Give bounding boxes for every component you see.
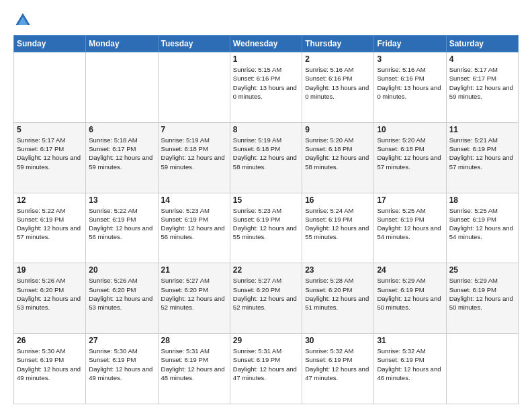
day-info: Sunrise: 5:26 AM Sunset: 6:20 PM Dayligh… [89,276,154,312]
day-info: Sunrise: 5:26 AM Sunset: 6:20 PM Dayligh… [17,276,83,312]
calendar-cell [446,334,518,404]
calendar-cell: 8Sunrise: 5:19 AM Sunset: 6:18 PM Daylig… [230,122,302,193]
day-info: Sunrise: 5:22 AM Sunset: 6:19 PM Dayligh… [17,206,83,242]
logo [13,11,35,30]
day-info: Sunrise: 5:25 AM Sunset: 6:19 PM Dayligh… [449,206,515,242]
day-info: Sunrise: 5:19 AM Sunset: 6:18 PM Dayligh… [233,136,299,171]
day-number: 5 [17,125,83,134]
calendar-cell: 2Sunrise: 5:16 AM Sunset: 6:16 PM Daylig… [302,52,374,123]
calendar-cell: 1Sunrise: 5:15 AM Sunset: 6:16 PM Daylig… [230,52,302,123]
calendar-cell: 10Sunrise: 5:20 AM Sunset: 6:18 PM Dayli… [374,122,446,193]
calendar-cell: 18Sunrise: 5:25 AM Sunset: 6:19 PM Dayli… [446,193,518,263]
day-number: 20 [89,265,154,275]
calendar-cell: 23Sunrise: 5:28 AM Sunset: 6:20 PM Dayli… [302,263,374,334]
calendar-cell: 31Sunrise: 5:32 AM Sunset: 6:19 PM Dayli… [374,334,446,404]
calendar-cell: 30Sunrise: 5:32 AM Sunset: 6:19 PM Dayli… [302,334,374,404]
day-number: 30 [305,336,371,345]
day-info: Sunrise: 5:16 AM Sunset: 6:16 PM Dayligh… [305,65,371,101]
calendar-cell: 19Sunrise: 5:26 AM Sunset: 6:20 PM Dayli… [14,263,86,334]
calendar-cell: 17Sunrise: 5:25 AM Sunset: 6:19 PM Dayli… [374,193,446,263]
calendar-week-4: 19Sunrise: 5:26 AM Sunset: 6:20 PM Dayli… [14,263,519,334]
day-info: Sunrise: 5:30 AM Sunset: 6:19 PM Dayligh… [17,347,83,382]
calendar-cell: 24Sunrise: 5:29 AM Sunset: 6:19 PM Dayli… [374,263,446,334]
day-info: Sunrise: 5:28 AM Sunset: 6:20 PM Dayligh… [305,276,371,312]
day-info: Sunrise: 5:32 AM Sunset: 6:19 PM Dayligh… [377,347,443,382]
day-info: Sunrise: 5:19 AM Sunset: 6:18 PM Dayligh… [161,136,227,171]
day-number: 7 [161,125,227,134]
day-number: 1 [233,54,299,64]
day-info: Sunrise: 5:25 AM Sunset: 6:19 PM Dayligh… [377,206,443,242]
day-info: Sunrise: 5:17 AM Sunset: 6:17 PM Dayligh… [17,136,83,171]
logo-icon [13,11,32,30]
calendar-cell: 22Sunrise: 5:27 AM Sunset: 6:20 PM Dayli… [230,263,302,334]
day-info: Sunrise: 5:23 AM Sunset: 6:19 PM Dayligh… [233,206,299,242]
weekday-header-saturday: Saturday [446,36,518,52]
day-info: Sunrise: 5:27 AM Sunset: 6:20 PM Dayligh… [161,276,227,312]
day-number: 8 [233,125,299,134]
day-number: 23 [305,265,371,275]
day-number: 14 [161,195,227,205]
calendar-cell: 12Sunrise: 5:22 AM Sunset: 6:19 PM Dayli… [14,193,86,263]
day-number: 13 [89,195,154,205]
weekday-header-sunday: Sunday [14,36,86,52]
calendar-cell: 26Sunrise: 5:30 AM Sunset: 6:19 PM Dayli… [14,334,86,404]
day-number: 31 [377,336,443,345]
day-number: 9 [305,125,371,134]
day-number: 11 [449,125,515,134]
calendar-cell [86,52,158,123]
day-number: 19 [17,265,83,275]
calendar-cell: 11Sunrise: 5:21 AM Sunset: 6:19 PM Dayli… [446,122,518,193]
day-number: 6 [89,125,154,134]
calendar-cell: 14Sunrise: 5:23 AM Sunset: 6:19 PM Dayli… [158,193,230,263]
weekday-header-thursday: Thursday [302,36,374,52]
day-number: 3 [377,54,443,64]
calendar-cell: 13Sunrise: 5:22 AM Sunset: 6:19 PM Dayli… [86,193,158,263]
day-info: Sunrise: 5:30 AM Sunset: 6:19 PM Dayligh… [89,347,154,382]
day-info: Sunrise: 5:31 AM Sunset: 6:19 PM Dayligh… [161,347,227,382]
day-number: 26 [17,336,83,345]
calendar-cell: 7Sunrise: 5:19 AM Sunset: 6:18 PM Daylig… [158,122,230,193]
calendar-week-3: 12Sunrise: 5:22 AM Sunset: 6:19 PM Dayli… [14,193,519,263]
weekday-header-row: SundayMondayTuesdayWednesdayThursdayFrid… [14,36,519,52]
calendar-cell: 3Sunrise: 5:16 AM Sunset: 6:16 PM Daylig… [374,52,446,123]
calendar-week-1: 1Sunrise: 5:15 AM Sunset: 6:16 PM Daylig… [14,52,519,123]
calendar-cell: 16Sunrise: 5:24 AM Sunset: 6:19 PM Dayli… [302,193,374,263]
calendar-cell: 5Sunrise: 5:17 AM Sunset: 6:17 PM Daylig… [14,122,86,193]
day-number: 24 [377,265,443,275]
day-info: Sunrise: 5:20 AM Sunset: 6:18 PM Dayligh… [305,136,371,171]
calendar-week-5: 26Sunrise: 5:30 AM Sunset: 6:19 PM Dayli… [14,334,519,404]
day-info: Sunrise: 5:32 AM Sunset: 6:19 PM Dayligh… [305,347,371,382]
page: SundayMondayTuesdayWednesdayThursdayFrid… [0,0,532,411]
calendar-body: 1Sunrise: 5:15 AM Sunset: 6:16 PM Daylig… [14,52,519,404]
day-number: 18 [449,195,515,205]
calendar-table: SundayMondayTuesdayWednesdayThursdayFrid… [13,35,519,404]
day-info: Sunrise: 5:31 AM Sunset: 6:19 PM Dayligh… [233,347,299,382]
day-number: 12 [17,195,83,205]
weekday-header-monday: Monday [86,36,158,52]
day-number: 4 [449,54,515,64]
calendar-cell: 29Sunrise: 5:31 AM Sunset: 6:19 PM Dayli… [230,334,302,404]
weekday-header-tuesday: Tuesday [158,36,230,52]
calendar-cell [14,52,86,123]
calendar-cell: 27Sunrise: 5:30 AM Sunset: 6:19 PM Dayli… [86,334,158,404]
calendar-week-2: 5Sunrise: 5:17 AM Sunset: 6:17 PM Daylig… [14,122,519,193]
calendar-cell: 9Sunrise: 5:20 AM Sunset: 6:18 PM Daylig… [302,122,374,193]
day-info: Sunrise: 5:29 AM Sunset: 6:19 PM Dayligh… [377,276,443,312]
weekday-header-wednesday: Wednesday [230,36,302,52]
calendar-cell: 6Sunrise: 5:18 AM Sunset: 6:17 PM Daylig… [86,122,158,193]
day-number: 27 [89,336,154,345]
day-info: Sunrise: 5:16 AM Sunset: 6:16 PM Dayligh… [377,65,443,101]
day-info: Sunrise: 5:21 AM Sunset: 6:19 PM Dayligh… [449,136,515,171]
day-info: Sunrise: 5:18 AM Sunset: 6:17 PM Dayligh… [89,136,154,171]
day-info: Sunrise: 5:22 AM Sunset: 6:19 PM Dayligh… [89,206,154,242]
day-number: 29 [233,336,299,345]
day-info: Sunrise: 5:23 AM Sunset: 6:19 PM Dayligh… [161,206,227,242]
calendar-cell: 15Sunrise: 5:23 AM Sunset: 6:19 PM Dayli… [230,193,302,263]
day-info: Sunrise: 5:15 AM Sunset: 6:16 PM Dayligh… [233,65,299,101]
day-number: 17 [377,195,443,205]
day-number: 21 [161,265,227,275]
day-info: Sunrise: 5:27 AM Sunset: 6:20 PM Dayligh… [233,276,299,312]
calendar-cell: 21Sunrise: 5:27 AM Sunset: 6:20 PM Dayli… [158,263,230,334]
day-number: 15 [233,195,299,205]
day-info: Sunrise: 5:24 AM Sunset: 6:19 PM Dayligh… [305,206,371,242]
